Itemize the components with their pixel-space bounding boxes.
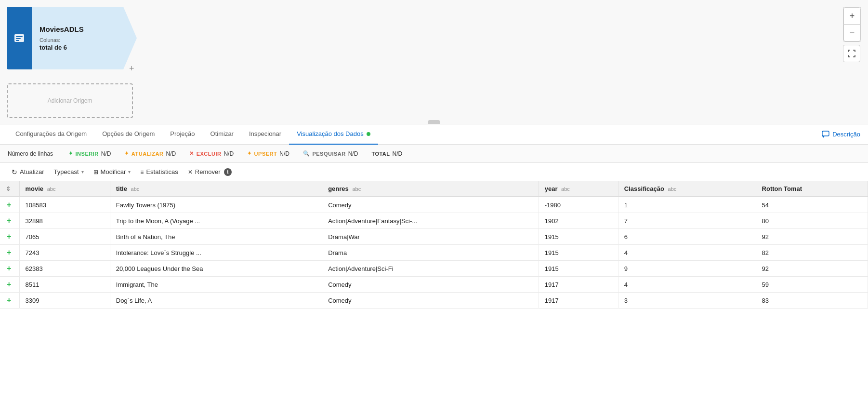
row-add-cell[interactable]: + [0,293,19,309]
row-add-cell[interactable]: + [0,229,19,245]
row-add-cell[interactable]: + [0,245,19,261]
tab-visualizacao[interactable]: Visualização dos Dados [289,124,378,145]
cell-title: 20,000 Leagues Under the Sea [110,261,322,277]
fit-icon [847,49,856,58]
collapse-handle[interactable] [428,120,440,124]
inserir-label: INSERIR [76,151,99,157]
tab-otimizar[interactable]: Otimizar [203,124,241,145]
toolbar: ↻ Atualizar Typecast ▾ ⊞ Modificar ▾ ≡ E… [0,163,868,181]
cell-year: 1915 [539,229,618,245]
typecast-button[interactable]: Typecast ▾ [50,166,88,177]
tab-opcoes-origem[interactable]: Opções de Origem [94,124,162,145]
cell-classificacao: 3 [618,293,756,309]
cell-year: -1980 [539,197,618,213]
linhas-label: Número de linhas [8,150,53,157]
row-add-cell[interactable]: + [0,213,19,229]
row-add-btn[interactable]: + [6,248,12,256]
stats-pesquisar: 🔍 PESQUISAR N/D [303,150,358,157]
cell-year: 1915 [539,245,618,261]
pesquisar-icon: 🔍 [303,150,310,157]
atualizar-val: N/D [166,150,176,157]
th-movie-label: movie [26,185,44,192]
remover-button[interactable]: ✕ Remover ℹ [184,166,236,178]
comment-icon [822,131,829,138]
cell-movie: 32898 [19,213,110,229]
table-row: + 7243 Intolerance: Love´s Struggle ... … [0,245,868,261]
node-title: MoviesADLS [39,25,116,33]
tab-config-origem[interactable]: Configurações da Origem [8,124,94,145]
row-add-btn[interactable]: + [6,232,12,241]
table-row: + 62383 20,000 Leagues Under the Sea Act… [0,261,868,277]
row-add-btn[interactable]: + [6,264,12,272]
svg-rect-1 [16,36,23,37]
row-add-btn[interactable]: + [6,280,12,288]
atualizar-label: Atualizar [20,168,44,175]
row-add-btn[interactable]: + [6,296,12,304]
stats-upsert: ✦ UPSERT N/D [247,150,289,157]
th-title: title abc [110,181,322,197]
th-year: year abc [539,181,618,197]
stats-atualizar: ✦ ATUALIZAR N/D [124,150,176,157]
table-row: + 108583 Fawlty Towers (1975) Comedy -19… [0,197,868,213]
cell-movie: 62383 [19,261,110,277]
stats-bar: Número de linhas ✦ INSERIR N/D ✦ ATUALIZ… [0,145,868,163]
table-header: ⇕ movie abc title abc genres abc year ab… [0,181,868,197]
canvas-area: MoviesADLS Colunas: total de 6 + Adicion… [0,0,868,124]
cell-rotton-tomat: 82 [756,245,868,261]
zoom-controls: + − [843,7,861,62]
cell-classificacao: 1 [618,197,756,213]
table-row: + 3309 Dog´s Life, A Comedy 1917 3 83 [0,293,868,309]
row-add-cell[interactable]: + [0,261,19,277]
cell-genres: Action|Adventure|Fantasy|Sci-... [322,213,539,229]
node-body: MoviesADLS Colunas: total de 6 [32,7,123,69]
table-row: + 8511 Immigrant, The Comedy 1917 4 59 [0,277,868,293]
row-add-btn[interactable]: + [6,201,12,209]
zoom-fit-button[interactable] [843,45,860,62]
cell-title: Intolerance: Love´s Struggle ... [110,245,322,261]
typecast-chevron-icon: ▾ [81,169,84,174]
node-icon-strip [7,7,32,69]
modificar-chevron-icon: ▾ [128,169,131,174]
cell-classificacao: 6 [618,229,756,245]
excluir-val: N/D [224,150,234,157]
table-row: + 32898 Trip to the Moon, A (Voyage ... … [0,213,868,229]
cell-title: Trip to the Moon, A (Voyage ... [110,213,322,229]
cell-year: 1917 [539,293,618,309]
cell-title: Fawlty Towers (1975) [110,197,322,213]
atualizar-button[interactable]: ↻ Atualizar [8,166,48,178]
node-arrow [123,7,137,69]
zoom-out-button[interactable]: − [843,24,861,41]
remover-info-icon: ℹ [224,168,232,176]
cell-classificacao: 4 [618,277,756,293]
cell-movie: 3309 [19,293,110,309]
th-classificacao-label: Classificação [624,185,664,192]
cell-year: 1917 [539,277,618,293]
estatisticas-button[interactable]: ≡ Estatísticas [136,166,182,177]
cell-year: 1915 [539,261,618,277]
remover-label: Remover [195,168,221,175]
row-add-btn[interactable]: + [6,216,12,225]
node-plus-btn[interactable]: + [129,64,134,74]
tab-bar: Configurações da Origem Opções de Origem… [0,124,868,145]
row-add-cell[interactable]: + [0,277,19,293]
svg-rect-4 [822,131,829,136]
add-source-box[interactable]: Adicionar Origem [7,83,133,118]
remover-icon: ✕ [188,169,193,175]
modificar-label: Modificar [101,168,126,175]
node-icon [13,31,26,45]
cell-genres: Comedy [322,277,539,293]
add-source-label: Adicionar Origem [48,97,92,104]
th-classificacao-type: abc [668,186,677,192]
zoom-in-button[interactable]: + [843,7,861,25]
tab-projecao[interactable]: Projeção [162,124,202,145]
modificar-icon: ⊞ [93,169,98,175]
estatisticas-label: Estatísticas [146,168,178,175]
row-add-cell[interactable]: + [0,197,19,213]
cell-movie: 8511 [19,277,110,293]
th-genres: genres abc [322,181,539,197]
descricao-button[interactable]: Descrição [822,131,860,138]
cell-movie: 7065 [19,229,110,245]
tab-inspecionar[interactable]: Inspecionar [241,124,289,145]
modificar-button[interactable]: ⊞ Modificar ▾ [90,166,135,177]
th-sort: ⇕ [0,181,19,197]
